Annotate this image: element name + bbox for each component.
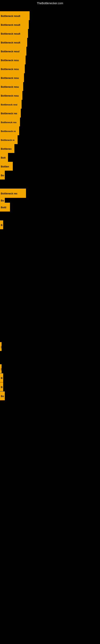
bottleneck-badge[interactable]: Bottleneck resi	[0, 100, 22, 109]
bottleneck-badge[interactable]: |	[0, 364, 1, 373]
bottleneck-badge[interactable]: B	[0, 382, 3, 391]
bottleneck-badge[interactable]: Bo	[0, 171, 5, 180]
bottleneck-badge[interactable]: Bottlenec	[0, 144, 14, 153]
bottleneck-badge[interactable]: Bottleneck res	[0, 118, 20, 126]
bottleneck-badge[interactable]: Bottleneck resu	[0, 82, 23, 91]
bottleneck-badge[interactable]: Bottleneck result	[0, 20, 29, 29]
site-title: TheBottlenecker.com	[0, 1, 100, 6]
bottleneck-badge[interactable]: Bottleneck re	[0, 135, 18, 144]
bottleneck-badge[interactable]: Bottleneck result	[0, 29, 28, 38]
bottleneck-badge[interactable]: Bottleneck result	[0, 38, 27, 47]
bottleneck-badge[interactable]: B	[0, 373, 3, 382]
bottleneck-badge[interactable]: Bottlen	[0, 162, 13, 171]
bottleneck-badge[interactable]: Bottleneck resu	[0, 56, 26, 64]
bottleneck-badge[interactable]: |	[0, 342, 1, 351]
bottleneck-badge[interactable]: Bottleneck re	[0, 126, 19, 135]
bottleneck-badge[interactable]: Bottleneck result	[0, 11, 30, 20]
bottleneck-badge[interactable]: Bo	[0, 392, 5, 400]
bottleneck-badge[interactable]: Bottleneck resul	[0, 47, 26, 56]
bottleneck-badge[interactable]: Bottleneck res	[0, 188, 26, 198]
bottleneck-badge[interactable]: Bottleneck resu	[0, 73, 24, 82]
bottleneck-badge[interactable]: Bottleneck res	[0, 109, 21, 118]
bottleneck-badge[interactable]: Bottleneck resu	[0, 91, 22, 100]
bottleneck-badge[interactable]: Bo	[0, 198, 5, 203]
bottleneck-badge[interactable]: B	[0, 220, 3, 229]
bottleneck-badge[interactable]: Bottleneck resu	[0, 64, 25, 73]
bottleneck-badge[interactable]: Bott	[0, 153, 8, 162]
bottleneck-badge[interactable]: Bottl	[0, 203, 10, 212]
